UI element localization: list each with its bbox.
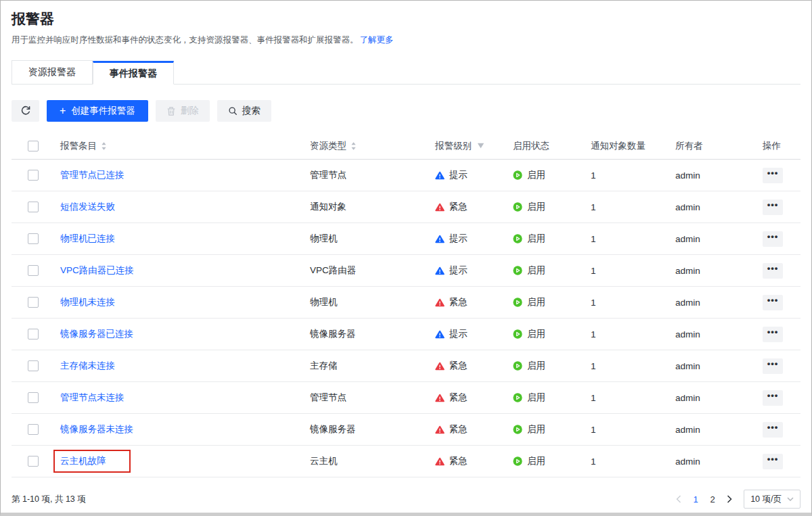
resource-type-cell: 通知对象: [300, 201, 426, 213]
alarm-entry-link[interactable]: 管理节点已连接: [60, 170, 125, 180]
search-button[interactable]: 搜索: [217, 100, 271, 122]
row-checkbox[interactable]: [28, 170, 39, 181]
column-header-notify-count: 通知对象数量: [581, 140, 666, 152]
tab-event-alarm[interactable]: 事件报警器: [93, 61, 174, 85]
alarm-entry-link[interactable]: 镜像服务器未连接: [60, 424, 133, 434]
ellipsis-icon: •••: [767, 231, 779, 241]
alert-triangle-icon: [435, 171, 445, 180]
alarm-entry-link[interactable]: VPC路由器已连接: [60, 265, 134, 275]
filter-triangle-icon[interactable]: [477, 143, 484, 149]
alarm-entry-link[interactable]: 管理节点未连接: [60, 392, 125, 402]
tab-resource-alarm[interactable]: 资源报警器: [12, 60, 93, 84]
enabled-status-cell: 启用: [513, 423, 545, 436]
row-actions-button[interactable]: •••: [763, 454, 783, 469]
owner-cell: admin: [666, 361, 744, 371]
learn-more-link[interactable]: 了解更多: [360, 35, 394, 45]
row-actions-button[interactable]: •••: [763, 358, 783, 374]
ellipsis-icon: •••: [767, 263, 779, 273]
alarm-level-cell: 紧急: [435, 423, 468, 436]
alarm-entry-cell: 镜像服务器已连接: [60, 328, 133, 340]
pagination: 1 2 10 项/页: [673, 490, 800, 509]
alert-triangle-icon: [435, 266, 445, 275]
notify-count-cell: 1: [581, 456, 666, 467]
page-number-1[interactable]: 1: [690, 494, 701, 505]
table-row: 云主机故障 云主机 紧急: [12, 446, 800, 477]
refresh-button[interactable]: [12, 100, 39, 122]
owner-cell: admin: [666, 234, 744, 244]
row-actions-button[interactable]: •••: [763, 263, 783, 279]
row-checkbox[interactable]: [28, 329, 39, 339]
table-row: 管理节点未连接 管理节点 紧急: [12, 382, 800, 414]
resource-type-cell: 管理节点: [300, 392, 426, 404]
row-checkbox[interactable]: [28, 392, 39, 403]
table-row: 主存储未连接 主存储 紧急: [12, 350, 800, 382]
enabled-status-cell: 启用: [513, 455, 545, 467]
row-actions-button[interactable]: •••: [763, 168, 783, 183]
create-event-alarm-button[interactable]: + 创建事件报警器: [47, 100, 148, 122]
row-actions-button[interactable]: •••: [763, 295, 783, 310]
sort-arrows-icon[interactable]: [351, 141, 357, 151]
resource-type-cell: 物理机: [300, 296, 426, 308]
alert-triangle-icon: [435, 457, 445, 466]
table-row: 镜像服务器已连接 镜像服务器 提示: [12, 319, 800, 350]
ellipsis-icon: •••: [767, 327, 779, 337]
table-header-row: 报警条目 资源类型 报警级别 启用状态 通知对象数量 所有者 操作: [12, 133, 800, 160]
resource-type-cell: 镜像服务器: [300, 423, 426, 436]
row-actions-button[interactable]: •••: [763, 390, 783, 406]
row-checkbox[interactable]: [28, 202, 39, 212]
sort-arrows-icon[interactable]: [101, 141, 107, 151]
page-description-text: 用于监控并响应时序性数据和事件的状态变化，支持资源报警器、事件报警器和扩展报警器…: [12, 35, 359, 45]
delete-button[interactable]: 删除: [156, 100, 210, 122]
row-actions-button[interactable]: •••: [763, 200, 783, 215]
alarm-entry-cell: 物理机未连接: [60, 296, 115, 308]
chevron-left-icon: [676, 495, 681, 503]
row-checkbox[interactable]: [28, 360, 39, 371]
row-checkbox[interactable]: [28, 456, 39, 467]
column-header-alarm-level[interactable]: 报警级别: [426, 140, 503, 152]
alarm-entry-link[interactable]: 物理机未连接: [60, 297, 115, 307]
alarm-entry-link[interactable]: 物理机已连接: [60, 233, 115, 243]
alarm-level-cell: 提示: [435, 233, 468, 245]
play-circle-icon: [513, 393, 522, 402]
enabled-status-cell: 启用: [513, 169, 545, 181]
prev-page-button[interactable]: [673, 495, 684, 503]
plus-icon: +: [60, 105, 66, 117]
owner-cell: admin: [666, 266, 744, 276]
enabled-status-cell: 启用: [513, 264, 545, 277]
column-header-alarm-entry[interactable]: 报警条目: [51, 140, 300, 152]
row-actions-button[interactable]: •••: [763, 231, 783, 247]
page-size-select[interactable]: 10 项/页: [744, 490, 800, 509]
row-checkbox[interactable]: [28, 297, 39, 308]
select-all-checkbox[interactable]: [28, 141, 39, 151]
row-actions-button[interactable]: •••: [763, 327, 783, 342]
alarm-level-cell: 紧急: [435, 455, 468, 467]
alarm-entry-link[interactable]: 镜像服务器已连接: [60, 329, 133, 339]
page-number-2[interactable]: 2: [707, 494, 718, 505]
alarm-page: 报警器 用于监控并响应时序性数据和事件的状态变化，支持资源报警器、事件报警器和扩…: [1, 1, 811, 513]
play-circle-icon: [513, 456, 522, 466]
play-circle-icon: [513, 361, 522, 371]
alert-triangle-icon: [435, 235, 445, 243]
next-page-button[interactable]: [724, 495, 735, 503]
play-circle-icon: [513, 329, 522, 339]
alarm-level-cell: 紧急: [435, 201, 468, 213]
play-circle-icon: [513, 298, 522, 307]
row-actions-button[interactable]: •••: [763, 422, 783, 438]
play-circle-icon: [513, 202, 522, 212]
owner-cell: admin: [666, 170, 744, 181]
alarm-entry-link[interactable]: 短信发送失败: [60, 202, 115, 212]
resource-type-cell: 物理机: [300, 233, 426, 245]
row-checkbox[interactable]: [28, 233, 39, 244]
alarm-entry-link[interactable]: 云主机故障: [60, 456, 106, 466]
column-header-owner: 所有者: [666, 140, 744, 152]
column-header-resource-type[interactable]: 资源类型: [300, 140, 426, 152]
ellipsis-icon: •••: [767, 422, 779, 432]
row-checkbox[interactable]: [28, 424, 39, 435]
notify-count-cell: 1: [581, 234, 666, 244]
row-checkbox[interactable]: [28, 265, 39, 276]
notify-count-cell: 1: [581, 202, 666, 212]
alarm-entry-link[interactable]: 主存储未连接: [60, 360, 115, 371]
alarm-entry-cell: 物理机已连接: [60, 233, 115, 245]
ellipsis-icon: •••: [767, 295, 779, 305]
play-circle-icon: [513, 266, 522, 275]
